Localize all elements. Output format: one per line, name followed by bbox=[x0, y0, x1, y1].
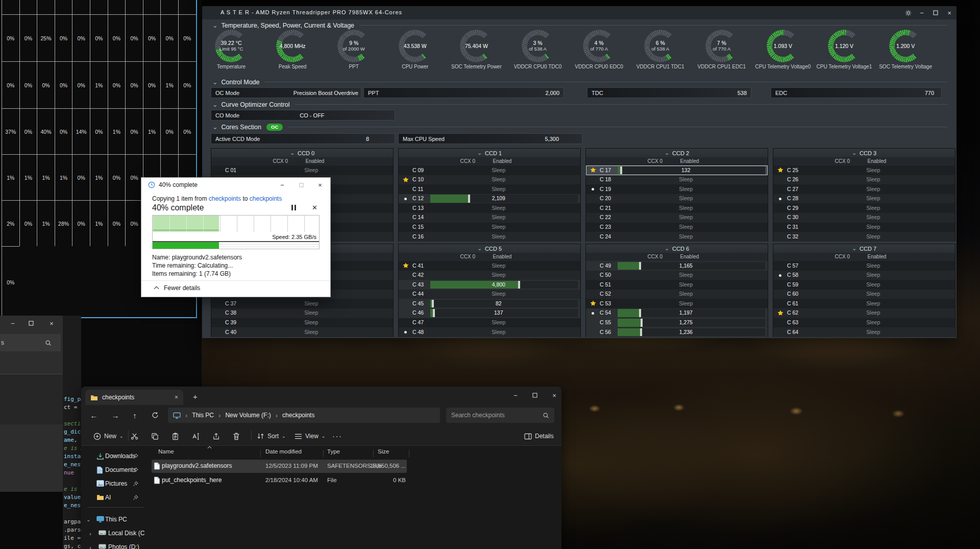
cpu-cell[interactable]: 2% bbox=[2, 200, 19, 246]
forward-button[interactable]: → bbox=[108, 409, 123, 421]
core-row-c59[interactable]: C 59Sleep bbox=[773, 280, 955, 290]
core-row-c20[interactable]: C 20Sleep bbox=[586, 194, 768, 204]
mini-search-field[interactable]: s bbox=[0, 334, 61, 351]
copy-button[interactable] bbox=[151, 429, 159, 443]
cpu-cell[interactable]: 0% bbox=[72, 14, 90, 61]
core-row-c11[interactable]: C 11Sleep bbox=[399, 184, 580, 194]
ccd-header[interactable]: ⌄CCD 5 bbox=[399, 244, 580, 253]
core-row-c53[interactable]: C 53Sleep bbox=[586, 299, 768, 308]
cpu-cell[interactable]: 1% bbox=[2, 154, 19, 200]
paste-button[interactable] bbox=[172, 429, 179, 443]
details-button[interactable]: Details bbox=[524, 429, 554, 443]
core-row-c26[interactable]: C 26Sleep bbox=[773, 175, 955, 185]
file-row[interactable]: put_checkpoints_here2/18/2024 10:40 AMFi… bbox=[152, 474, 407, 487]
core-row-c01[interactable]: C 01Sleep bbox=[211, 165, 393, 175]
core-row-c31[interactable]: C 31Sleep bbox=[773, 223, 955, 232]
core-row-c48[interactable]: C 48Sleep bbox=[399, 327, 580, 337]
field-tdc[interactable]: TDC 538 bbox=[587, 87, 751, 98]
core-row-c18[interactable]: C 18Sleep bbox=[586, 175, 768, 185]
core-row-c42[interactable]: C 42Sleep bbox=[399, 271, 580, 280]
breadcrumb-this-pc[interactable]: This PC bbox=[192, 412, 214, 419]
ccd-header[interactable]: ⌄CCD 6 bbox=[586, 244, 768, 253]
cpu-cell[interactable]: 25% bbox=[37, 14, 55, 61]
core-row-c09[interactable]: C 09Sleep bbox=[399, 165, 580, 175]
core-row-c60[interactable]: C 60Sleep bbox=[773, 290, 955, 299]
core-row-c50[interactable]: C 50Sleep bbox=[586, 271, 768, 280]
core-row-c43[interactable]: C 434,800 bbox=[399, 280, 580, 290]
up-button[interactable]: ↑ bbox=[127, 409, 142, 421]
minimize-button[interactable]: − bbox=[916, 8, 927, 17]
view-button[interactable]: View ⌄ bbox=[295, 429, 325, 443]
cpu-cell[interactable]: 1% bbox=[160, 61, 178, 108]
core-row-c30[interactable]: C 30Sleep bbox=[773, 213, 955, 223]
core-row-c44[interactable]: C 44Sleep bbox=[399, 290, 580, 299]
core-row-c64[interactable]: C 64Sleep bbox=[773, 327, 955, 337]
cpu-cell[interactable]: 1% bbox=[90, 61, 108, 108]
core-row-c57[interactable]: C 57Sleep bbox=[773, 261, 955, 271]
ccd-header[interactable]: ⌄CCD 3 bbox=[773, 149, 955, 157]
cpu-cell[interactable]: 0% bbox=[178, 61, 196, 108]
core-row-c29[interactable]: C 29Sleep bbox=[773, 203, 955, 213]
delete-button[interactable] bbox=[233, 429, 240, 443]
core-row-c56[interactable]: C 561,236 bbox=[586, 327, 768, 337]
close-button[interactable]: × bbox=[944, 8, 955, 17]
cpu-cell[interactable]: 1% bbox=[90, 200, 108, 246]
core-row-c55[interactable]: C 551,275 bbox=[586, 318, 768, 328]
cut-button[interactable] bbox=[131, 429, 138, 443]
core-row-c12[interactable]: C 122,109 bbox=[399, 194, 580, 204]
breadcrumb[interactable]: › This PC › New Volume (F:) › checkpoint… bbox=[168, 408, 440, 423]
close-button[interactable]: × bbox=[546, 389, 563, 402]
cpu-cell[interactable]: 1% bbox=[37, 200, 55, 246]
new-tab-button[interactable]: + bbox=[193, 392, 198, 401]
code-editor-strip[interactable]: fig_pact = tsectig_dictame, se is ninsta… bbox=[63, 316, 81, 549]
cpu-cell[interactable]: 0% bbox=[72, 61, 90, 108]
minimize-button[interactable]: − bbox=[507, 389, 524, 402]
core-row-c23[interactable]: C 23Sleep bbox=[586, 223, 768, 232]
cpu-cell[interactable]: 0% bbox=[19, 14, 37, 61]
cpu-cell[interactable]: 0% bbox=[72, 200, 90, 246]
cpu-cell[interactable]: 1% bbox=[143, 108, 161, 154]
cpu-cell[interactable]: 1% bbox=[55, 154, 72, 200]
core-row-c16[interactable]: C 16Sleep bbox=[399, 232, 580, 242]
new-button[interactable]: New ⌄ bbox=[93, 429, 124, 443]
core-row-c14[interactable]: C 14Sleep bbox=[399, 213, 580, 223]
refresh-button[interactable] bbox=[148, 409, 163, 421]
cpu-cell[interactable]: 0% bbox=[19, 108, 37, 154]
field-ppt[interactable]: PPT 2,000 bbox=[363, 87, 564, 98]
core-row-c51[interactable]: C 51Sleep bbox=[586, 280, 768, 290]
cpu-cell[interactable]: 0% bbox=[55, 61, 72, 108]
core-row-c61[interactable]: C 61Sleep bbox=[773, 299, 955, 308]
column-header-type[interactable]: Type bbox=[327, 448, 340, 459]
sidebar-item-photos-d-[interactable]: ›Photos (D:) bbox=[81, 541, 150, 549]
core-row-c19[interactable]: C 19Sleep bbox=[586, 184, 768, 194]
sidebar-item-documents[interactable]: Documents bbox=[81, 464, 150, 477]
core-row-c39[interactable]: C 39Sleep bbox=[211, 318, 393, 328]
chevron-right-icon[interactable]: › bbox=[89, 544, 91, 549]
column-header-name[interactable]: Name bbox=[158, 448, 174, 459]
cpu-cell[interactable]: 28% bbox=[55, 200, 72, 246]
core-row-c22[interactable]: C 22Sleep bbox=[586, 213, 768, 223]
cpu-cell[interactable]: 0% bbox=[19, 200, 37, 246]
minimize-button[interactable]: − bbox=[276, 181, 289, 189]
section-control-header[interactable]: ⌄ Control Mode bbox=[212, 78, 947, 86]
core-row-c38[interactable]: C 38Sleep bbox=[211, 308, 393, 318]
search-input[interactable]: Search checkpoints bbox=[446, 408, 554, 423]
maximize-button[interactable] bbox=[930, 8, 941, 17]
cpu-cell[interactable]: 0% bbox=[178, 108, 196, 154]
tab-checkpoints[interactable]: checkpoints × bbox=[85, 390, 183, 405]
cpu-cell[interactable]: 0% bbox=[55, 108, 72, 154]
cpu-cell[interactable]: 0% bbox=[108, 154, 126, 200]
sidebar-item-downloads[interactable]: Downloads bbox=[81, 450, 150, 463]
maximize-button[interactable] bbox=[26, 319, 37, 328]
cpu-cell[interactable]: 0% bbox=[143, 14, 161, 61]
tab-close-icon[interactable]: × bbox=[175, 394, 178, 401]
fewer-details-button[interactable]: Fewer details bbox=[164, 284, 200, 292]
sidebar-item-ai[interactable]: AI bbox=[81, 491, 150, 505]
field-active-ccd-mode[interactable]: Active CCD Mode 8 bbox=[211, 133, 395, 144]
sort-button[interactable]: Sort ⌄ bbox=[257, 429, 286, 443]
ccd-header[interactable]: ⌄CCD 2 bbox=[586, 149, 768, 157]
core-row-c37[interactable]: C 37Sleep bbox=[211, 299, 393, 308]
pause-button[interactable] bbox=[290, 205, 297, 212]
file-row[interactable]: playgroundv2.safetensors12/5/2023 11:09 … bbox=[152, 460, 407, 473]
section-curve-header[interactable]: ⌄ Curve Optimizer Control bbox=[212, 101, 947, 108]
